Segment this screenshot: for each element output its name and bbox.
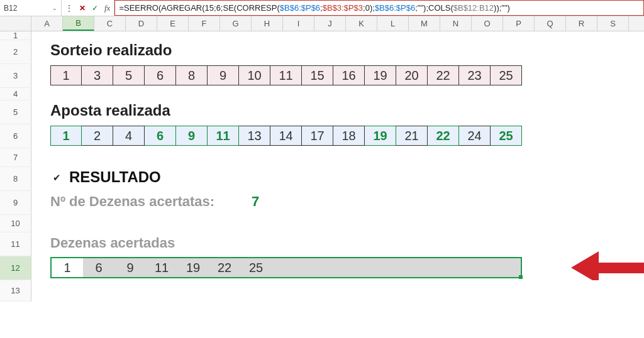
- formula-ref: $B$6:$P$6: [375, 3, 415, 13]
- cell-region[interactable]: Dezenas acertadas: [31, 232, 644, 256]
- col-header[interactable]: F: [189, 16, 220, 31]
- col-header[interactable]: J: [314, 16, 346, 31]
- aposta-cell[interactable]: 2: [82, 126, 113, 146]
- col-header[interactable]: N: [440, 16, 472, 31]
- aposta-cell[interactable]: 14: [270, 126, 302, 146]
- sorteio-cell[interactable]: 23: [459, 65, 491, 85]
- cell-region[interactable]: [31, 88, 644, 101]
- sorteio-cell[interactable]: 6: [145, 65, 176, 85]
- cancel-icon[interactable]: ✕: [79, 4, 86, 13]
- formula-bar-buttons: ⋮ ✕ ✓ fx: [62, 0, 114, 16]
- col-header[interactable]: P: [503, 16, 535, 31]
- col-header[interactable]: E: [157, 16, 189, 31]
- aposta-cell[interactable]: 25: [491, 126, 522, 146]
- row-header[interactable]: 13: [0, 280, 31, 302]
- ellipsis-icon[interactable]: ⋮: [65, 4, 73, 13]
- arrow-head-icon: [571, 251, 599, 284]
- selected-range[interactable]: 1 6 9 11 19 22 25: [50, 257, 522, 278]
- result-cell[interactable]: 6: [83, 258, 114, 277]
- col-header[interactable]: A: [31, 16, 63, 31]
- col-header[interactable]: I: [283, 16, 314, 31]
- aposta-cell[interactable]: 1: [50, 126, 82, 146]
- row-header[interactable]: 10: [0, 215, 31, 232]
- row-header[interactable]: 4: [0, 88, 31, 101]
- cell-region[interactable]: Nº de Dezenas acertatas: 7: [31, 191, 644, 215]
- cell-region[interactable]: 1 2 4 6 9 11 13 14 17 18 19 21 22 24 25: [31, 124, 644, 148]
- confirm-icon[interactable]: ✓: [92, 4, 98, 13]
- row-header[interactable]: 12: [0, 256, 31, 280]
- sorteio-cell[interactable]: 25: [491, 65, 522, 85]
- result-cell[interactable]: 9: [114, 258, 146, 277]
- col-header[interactable]: L: [377, 16, 409, 31]
- result-cell[interactable]: 11: [146, 258, 177, 277]
- sorteio-cell[interactable]: 15: [302, 65, 333, 85]
- cell-region[interactable]: 1 6 9 11 19 22 25: [31, 256, 644, 280]
- sorteio-cell[interactable]: 9: [208, 65, 239, 85]
- col-header[interactable]: M: [409, 16, 440, 31]
- chevron-down-icon[interactable]: ⌄: [52, 5, 57, 11]
- aposta-cell[interactable]: 6: [145, 126, 176, 146]
- result-cell[interactable]: 22: [209, 258, 240, 277]
- sorteio-cell[interactable]: 20: [396, 65, 428, 85]
- col-header[interactable]: G: [220, 16, 252, 31]
- col-header[interactable]: C: [94, 16, 126, 31]
- label-ndezenas: Nº de Dezenas acertatas:: [50, 194, 214, 210]
- aposta-cell[interactable]: 18: [333, 126, 365, 146]
- col-header[interactable]: K: [346, 16, 377, 31]
- col-header[interactable]: O: [472, 16, 503, 31]
- row-header[interactable]: 9: [0, 191, 31, 215]
- sorteio-cell[interactable]: 5: [113, 65, 145, 85]
- sorteio-cell[interactable]: 10: [239, 65, 270, 85]
- aposta-cell[interactable]: 9: [176, 126, 208, 146]
- name-box-value: B12: [4, 4, 17, 13]
- sorteio-cell[interactable]: 3: [82, 65, 113, 85]
- fx-icon[interactable]: fx: [104, 3, 110, 13]
- result-cell[interactable]: 1: [52, 258, 83, 277]
- col-header[interactable]: D: [126, 16, 157, 31]
- col-header[interactable]: B: [63, 16, 94, 31]
- formula-input[interactable]: =SEERRO(AGREGAR(15;6;SE(CORRESP( $B$6:$P…: [114, 0, 644, 16]
- row-header[interactable]: 5: [0, 101, 31, 124]
- cell-region[interactable]: [31, 31, 644, 40]
- aposta-cell[interactable]: 11: [208, 126, 239, 146]
- cell-region[interactable]: [31, 215, 644, 232]
- name-box[interactable]: B12 ⌄: [0, 0, 62, 16]
- col-header[interactable]: S: [597, 16, 629, 31]
- result-cell[interactable]: 25: [240, 258, 272, 277]
- sorteio-cell[interactable]: 11: [270, 65, 302, 85]
- row-header[interactable]: 3: [0, 64, 31, 88]
- aposta-cell[interactable]: 24: [459, 126, 491, 146]
- cell-region[interactable]: Sorteio realizado: [31, 40, 644, 64]
- col-header[interactable]: Q: [535, 16, 566, 31]
- sorteio-cell[interactable]: 22: [428, 65, 459, 85]
- row-header[interactable]: 7: [0, 148, 31, 167]
- row-header[interactable]: 1: [0, 31, 31, 40]
- aposta-cell[interactable]: 22: [428, 126, 459, 146]
- sorteio-cell[interactable]: 1: [50, 65, 82, 85]
- row-header[interactable]: 11: [0, 232, 31, 256]
- result-cell[interactable]: 19: [177, 258, 209, 277]
- aposta-cell[interactable]: 17: [302, 126, 333, 146]
- cell-region[interactable]: 1 3 5 6 8 9 10 11 15 16 19 20 22 23 25: [31, 64, 644, 88]
- row-header[interactable]: 2: [0, 40, 31, 64]
- aposta-cell[interactable]: 21: [396, 126, 428, 146]
- cell-region[interactable]: [31, 148, 644, 167]
- cell-region[interactable]: ✔ RESULTADO: [31, 167, 644, 191]
- aposta-cell[interactable]: 13: [239, 126, 270, 146]
- sorteio-cell[interactable]: 19: [365, 65, 396, 85]
- cell-region[interactable]: [31, 280, 644, 302]
- value-ndezenas: 7: [252, 194, 259, 210]
- fill-handle[interactable]: [519, 275, 523, 279]
- row-header[interactable]: 6: [0, 124, 31, 148]
- select-all-corner[interactable]: [0, 16, 31, 31]
- cell-region[interactable]: Aposta realizada: [31, 101, 644, 124]
- aposta-cell[interactable]: 19: [365, 126, 396, 146]
- col-header[interactable]: H: [252, 16, 283, 31]
- row-header[interactable]: 8: [0, 167, 31, 191]
- formula-text: ));""): [494, 3, 510, 13]
- label-aposta: Aposta realizada: [50, 102, 170, 119]
- aposta-cell[interactable]: 4: [113, 126, 145, 146]
- sorteio-cell[interactable]: 8: [176, 65, 208, 85]
- sorteio-cell[interactable]: 16: [333, 65, 365, 85]
- col-header[interactable]: R: [566, 16, 597, 31]
